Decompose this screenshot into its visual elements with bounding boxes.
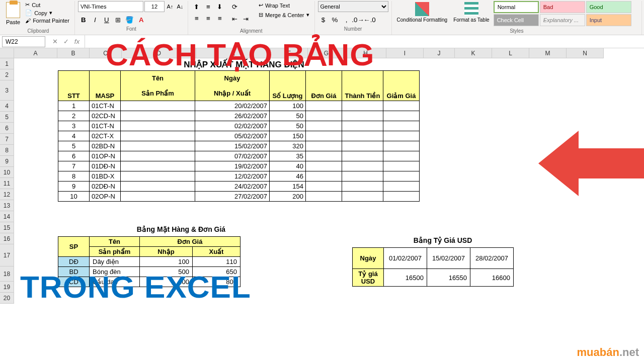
row-header-19[interactable]: 19 xyxy=(0,282,14,293)
usd-v3: 16600 xyxy=(470,269,514,287)
style-normal[interactable]: Normal xyxy=(494,1,539,13)
bold-button[interactable]: B xyxy=(78,14,89,25)
row-header-4[interactable]: 4 xyxy=(0,101,14,112)
select-all-button[interactable] xyxy=(0,48,14,58)
paste-icon xyxy=(6,2,20,18)
scissors-icon: ✂ xyxy=(25,2,30,8)
hdr-ngay: Ngày xyxy=(197,74,267,82)
format-as-table-button[interactable]: Format as Table xyxy=(451,1,492,24)
table-row[interactable]: 101CT-N20/02/2007100 xyxy=(58,101,420,111)
usd-rate-table[interactable]: Ngày 01/02/2007 15/02/2007 28/02/2007 Tỷ… xyxy=(352,247,514,287)
decrease-indent-button[interactable]: ⇤ xyxy=(229,13,240,24)
spreadsheet-grid[interactable]: ABCDEFGHIJKLMN 1234567891011121314151617… xyxy=(0,48,644,362)
row-header-18[interactable]: 18 xyxy=(0,266,14,282)
style-input[interactable]: Input xyxy=(586,14,631,26)
row-header-3[interactable]: 3 xyxy=(0,80,14,101)
fill-color-button[interactable]: 🪣 xyxy=(124,14,135,25)
row-header-8[interactable]: 8 xyxy=(0,145,14,156)
copy-button[interactable]: 📄Copy▾ xyxy=(23,9,71,17)
enter-formula-button[interactable]: ✓ xyxy=(60,36,71,47)
align-center-button[interactable]: ≡ xyxy=(203,13,214,24)
decrease-decimal-button[interactable]: ←.0 xyxy=(364,14,375,25)
border-button[interactable]: ⊞ xyxy=(113,14,124,25)
comma-button[interactable]: , xyxy=(341,14,352,25)
col-header-M[interactable]: M xyxy=(529,48,567,58)
col-header-N[interactable]: N xyxy=(567,48,604,58)
table-row[interactable]: 1002OP-N27/02/2007200 xyxy=(58,192,420,202)
usd-d2: 15/02/2007 xyxy=(427,248,470,269)
row-header-14[interactable]: 14 xyxy=(0,211,14,222)
wrap-text-button[interactable]: ↩Wrap Text xyxy=(257,1,311,10)
row-header-9[interactable]: 9 xyxy=(0,156,14,167)
align-middle-button[interactable]: ≡ xyxy=(203,1,214,12)
col-header-I[interactable]: I xyxy=(386,48,424,58)
style-bad[interactable]: Bad xyxy=(540,1,585,13)
table-row[interactable]: 601OP-N07/02/200735 xyxy=(58,151,420,161)
wrap-label: Wrap Text xyxy=(265,3,290,9)
table-row[interactable]: 202CD-N26/02/200750 xyxy=(58,111,420,121)
increase-font-button[interactable]: A↑ xyxy=(166,1,175,12)
align-right-button[interactable]: ≡ xyxy=(214,13,225,24)
accounting-button[interactable]: $ xyxy=(318,14,329,25)
row-header-16[interactable]: 16 xyxy=(0,233,14,244)
row-header-12[interactable]: 12 xyxy=(0,189,14,200)
underline-button[interactable]: U xyxy=(101,14,112,25)
row-header-13[interactable]: 13 xyxy=(0,200,14,211)
align-top-button[interactable]: ⬆ xyxy=(191,1,202,12)
row-header-10[interactable]: 10 xyxy=(0,167,14,178)
row-header-11[interactable]: 11 xyxy=(0,178,14,189)
t2-hdr-sp: Sản phẩm xyxy=(90,247,140,257)
row-header-15[interactable]: 15 xyxy=(0,222,14,233)
font-size-select[interactable] xyxy=(144,1,165,12)
font-color-button[interactable]: A xyxy=(136,14,147,25)
main-data-table[interactable]: STT MASP TênSản Phẩm NgàyNhập / Xuất Số … xyxy=(58,70,420,202)
orientation-button[interactable]: ⟳ xyxy=(229,1,240,12)
col-header-A[interactable]: A xyxy=(14,48,57,58)
table-row[interactable]: 301CT-N02/02/200750 xyxy=(58,121,420,131)
cancel-formula-button[interactable]: ✕ xyxy=(49,36,60,47)
number-group: General $ % , .0→ ←.0 Number xyxy=(315,1,392,35)
table-row[interactable]: 701DĐ-N19/02/200740 xyxy=(58,161,420,171)
paste-button[interactable]: Paste xyxy=(5,1,21,26)
t2-hdr-xuat: Xuất xyxy=(192,247,240,257)
merge-icon: ⊟ xyxy=(259,12,263,18)
format-painter-label: Format Painter xyxy=(33,18,69,24)
table-row[interactable]: DĐDây điện100110 xyxy=(58,257,240,267)
italic-button[interactable]: I xyxy=(90,14,101,25)
col-header-J[interactable]: J xyxy=(424,48,455,58)
row-header-6[interactable]: 6 xyxy=(0,123,14,134)
align-bottom-button[interactable]: ⬇ xyxy=(214,1,225,12)
fx-button[interactable]: fx xyxy=(71,36,83,47)
style-explanatory[interactable]: Explanatory ... xyxy=(540,14,585,26)
format-painter-button[interactable]: 🖌Format Painter xyxy=(23,17,71,24)
style-check-cell[interactable]: Check Cell xyxy=(494,14,539,26)
row-header-2[interactable]: 2 xyxy=(0,69,14,80)
row-header-7[interactable]: 7 xyxy=(0,134,14,145)
table-row[interactable]: 402CT-X05/02/2007150 xyxy=(58,131,420,141)
row-header-17[interactable]: 17 xyxy=(0,244,14,266)
increase-decimal-button[interactable]: .0→ xyxy=(353,14,364,25)
merge-center-button[interactable]: ⊟Merge & Center▾ xyxy=(257,11,311,19)
col-header-K[interactable]: K xyxy=(455,48,492,58)
font-name-select[interactable] xyxy=(78,1,143,12)
cut-button[interactable]: ✂Cut xyxy=(23,1,71,9)
row-header-20[interactable]: 20 xyxy=(0,293,14,304)
name-box[interactable]: W22 xyxy=(2,36,45,47)
watermark-brand: muabán xyxy=(577,346,619,358)
row-header-1[interactable]: 1 xyxy=(0,58,14,69)
number-format-select[interactable]: General xyxy=(318,1,388,12)
col-header-L[interactable]: L xyxy=(492,48,529,58)
increase-indent-button[interactable]: ⇥ xyxy=(240,13,252,24)
conditional-formatting-button[interactable]: Conditional Formatting xyxy=(395,1,450,24)
table-row[interactable]: 502BD-N15/02/2007320 xyxy=(58,141,420,151)
row-header-5[interactable]: 5 xyxy=(0,112,14,123)
style-good[interactable]: Good xyxy=(586,1,631,13)
cell-styles-gallery[interactable]: Normal Bad Good Check Cell Explanatory .… xyxy=(494,1,631,26)
decrease-font-button[interactable]: A↓ xyxy=(176,1,185,12)
percent-button[interactable]: % xyxy=(330,14,341,25)
align-left-button[interactable]: ≡ xyxy=(191,13,202,24)
table-row[interactable]: 902DĐ-N24/02/2007154 xyxy=(58,182,420,192)
font-group: A↑ A↓ B I U ⊞ 🪣 A Font xyxy=(75,1,188,35)
table-row[interactable]: 801BD-X12/02/200746 xyxy=(58,171,420,182)
col-header-B[interactable]: B xyxy=(57,48,90,58)
